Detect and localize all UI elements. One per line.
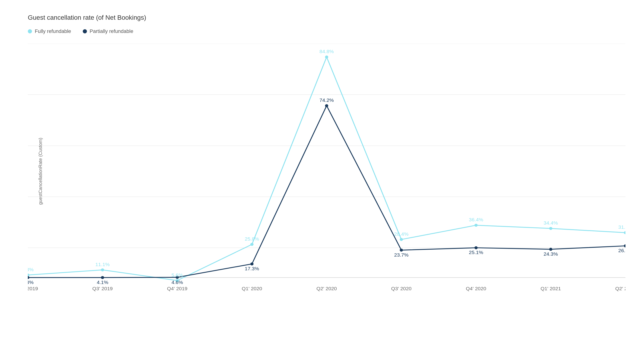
dot-fully-0 bbox=[28, 273, 30, 276]
label-fully-5: 28.4% bbox=[394, 231, 408, 237]
legend-partially-refundable: Partially refundable bbox=[83, 28, 133, 34]
label-fully-7: 34.4% bbox=[544, 220, 558, 225]
chart-title: Guest cancellation rate (of Net Bookings… bbox=[28, 14, 626, 21]
x-label-4: Q2' 2020 bbox=[316, 286, 337, 291]
x-label-5: Q3' 2020 bbox=[391, 286, 412, 291]
label-partial-4: 74.2% bbox=[320, 98, 334, 103]
x-label-6: Q4' 2020 bbox=[466, 286, 486, 291]
x-label-2: Q4' 2019 bbox=[167, 286, 188, 291]
dot-fully-8 bbox=[624, 231, 626, 234]
partially-refundable-dot bbox=[83, 29, 87, 34]
x-label-1: Q3' 2019 bbox=[92, 286, 113, 291]
dot-fully-3 bbox=[250, 243, 254, 246]
dot-fully-6 bbox=[474, 224, 478, 227]
chart-svg: 8.3% 11.1% 5.6% 25.8% 84.8% 28.4% 36.4% … bbox=[28, 44, 626, 299]
dot-partial-8 bbox=[624, 244, 626, 247]
label-partial-3: 17.3% bbox=[245, 266, 259, 271]
legend-fully-refundable: Fully refundable bbox=[28, 28, 71, 34]
label-partial-5: 23.7% bbox=[394, 252, 408, 257]
chart-container: Guest cancellation rate (of Net Bookings… bbox=[0, 0, 644, 348]
dot-partial-7 bbox=[549, 248, 552, 251]
x-label-0: Q2' 2019 bbox=[28, 286, 38, 291]
dot-fully-1 bbox=[101, 268, 104, 271]
label-partial-7: 24.3% bbox=[544, 251, 558, 257]
fully-refundable-line bbox=[28, 57, 626, 280]
dot-fully-7 bbox=[549, 227, 552, 230]
dot-fully-4 bbox=[325, 56, 328, 59]
partially-refundable-line bbox=[28, 106, 626, 278]
dot-fully-5 bbox=[400, 238, 403, 241]
dot-partial-0 bbox=[28, 276, 30, 279]
label-fully-6: 36.4% bbox=[469, 217, 483, 222]
label-fully-3: 25.8% bbox=[245, 236, 259, 241]
x-label-7: Q1' 2021 bbox=[540, 286, 561, 291]
label-partial-8: 26.1% bbox=[618, 248, 626, 253]
label-fully-0: 8.3% bbox=[28, 267, 34, 272]
label-fully-1: 11.1% bbox=[95, 262, 110, 267]
x-label-8: Q2' 2021 bbox=[615, 286, 626, 291]
dot-partial-1 bbox=[101, 276, 104, 279]
fully-refundable-label: Fully refundable bbox=[35, 28, 71, 34]
dot-partial-5 bbox=[400, 249, 403, 252]
label-partial-2: 4.6% bbox=[172, 280, 183, 285]
label-fully-8: 31.8% bbox=[618, 225, 626, 230]
fully-refundable-dot bbox=[28, 29, 32, 34]
partially-refundable-label: Partially refundable bbox=[90, 28, 133, 34]
label-partial-0: 4.3% bbox=[28, 280, 34, 285]
dot-partial-4 bbox=[325, 104, 328, 107]
legend: Fully refundable Partially refundable bbox=[28, 28, 626, 34]
label-partial-6: 25.1% bbox=[469, 250, 483, 255]
label-partial-1: 4.1% bbox=[97, 280, 108, 285]
chart-svg-area: 8.3% 11.1% 5.6% 25.8% 84.8% 28.4% 36.4% … bbox=[28, 44, 626, 299]
dot-partial-3 bbox=[250, 262, 254, 265]
label-fully-4: 84.8% bbox=[320, 49, 334, 54]
label-fully-2: 5.6% bbox=[172, 272, 183, 277]
dot-partial-6 bbox=[474, 246, 478, 249]
x-label-3: Q1' 2020 bbox=[242, 286, 262, 291]
